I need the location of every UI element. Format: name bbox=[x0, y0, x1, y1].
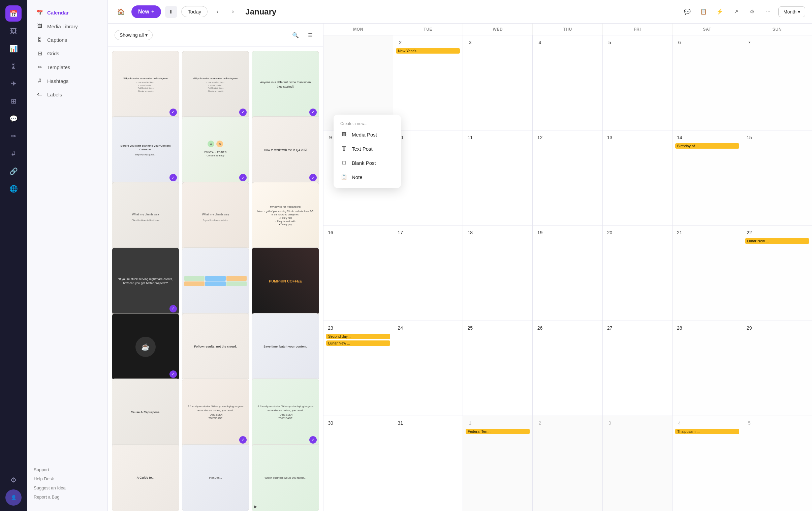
sidebar-item-labels[interactable]: 🏷 Labels bbox=[30, 88, 105, 101]
template-card[interactable]: What my clients say Client testimonial t… bbox=[112, 182, 179, 250]
template-card[interactable]: Anyone in a different niche than when th… bbox=[252, 51, 319, 118]
cal-cell[interactable]: 11 bbox=[463, 131, 533, 225]
template-card[interactable]: Before you start planning your Content C… bbox=[112, 116, 179, 184]
nav-icon-link[interactable]: 🔗 bbox=[5, 163, 22, 179]
sidebar-item-media-library[interactable]: 🖼 Media Library bbox=[30, 20, 105, 33]
nav-icon-analytics[interactable]: 📊 bbox=[5, 40, 22, 57]
filter-icon-button[interactable]: ⚡ bbox=[714, 6, 726, 18]
cal-cell[interactable]: 23 Second day... Lunar New ... bbox=[323, 321, 393, 416]
sidebar-item-calendar[interactable]: 📅 Calendar bbox=[30, 6, 105, 19]
nav-icon-chat[interactable]: 💬 bbox=[5, 111, 22, 127]
cal-cell[interactable]: 10 bbox=[393, 131, 463, 225]
cal-cell[interactable]: 20 bbox=[603, 226, 672, 320]
more-icon-button[interactable]: ··· bbox=[762, 6, 774, 18]
cal-cell[interactable]: 31 bbox=[393, 416, 463, 511]
cal-event[interactable]: Second day... bbox=[326, 334, 390, 339]
cal-cell[interactable]: 19 bbox=[533, 226, 603, 320]
nav-icon-media[interactable]: 🖼 bbox=[5, 23, 22, 39]
cal-cell[interactable]: 3 bbox=[603, 416, 672, 511]
cal-cell[interactable]: 30 bbox=[323, 416, 393, 511]
cal-cell[interactable]: 4 bbox=[533, 35, 603, 130]
cal-cell[interactable]: 5 bbox=[742, 416, 812, 511]
template-card[interactable]: Plan Jan... bbox=[182, 444, 249, 511]
template-card[interactable]: PUMPKIN COFFEE bbox=[252, 248, 319, 315]
cal-cell[interactable]: 13 bbox=[603, 131, 672, 225]
list-icon-button[interactable]: 📋 bbox=[697, 6, 709, 18]
new-button[interactable]: New + bbox=[132, 5, 161, 18]
template-card[interactable]: Save time, batch your content. bbox=[252, 313, 319, 380]
showing-all-filter[interactable]: Showing all ▾ bbox=[115, 30, 153, 40]
nav-icon-calendar[interactable]: 📅 bbox=[5, 5, 22, 22]
user-avatar[interactable]: 👤 bbox=[5, 489, 22, 506]
templates-search-button[interactable]: 🔍 bbox=[289, 29, 301, 41]
cal-cell[interactable]: 5 bbox=[603, 35, 672, 130]
cal-cell[interactable]: 25 bbox=[463, 321, 533, 416]
nav-icon-edit[interactable]: ✏ bbox=[5, 128, 22, 144]
template-card[interactable]: 4 tips to make more sales on Instagram •… bbox=[182, 51, 249, 118]
template-card[interactable]: 3 tips to make more sales on Instagram •… bbox=[112, 51, 179, 118]
cal-cell[interactable]: 12 bbox=[533, 131, 603, 225]
template-card[interactable]: Reuse & Repurpose. bbox=[112, 378, 179, 446]
cal-cell[interactable]: 17 bbox=[393, 226, 463, 320]
cal-cell[interactable]: 26 bbox=[533, 321, 603, 416]
cal-event[interactable]: Birthday of ... bbox=[675, 143, 739, 149]
templates-list-view-button[interactable]: ☰ bbox=[304, 29, 316, 41]
cal-cell[interactable]: 27 bbox=[603, 321, 672, 416]
home-button[interactable]: 🏠 bbox=[115, 5, 127, 18]
sidebar-item-captions[interactable]: 🎛 Captions bbox=[30, 33, 105, 46]
create-new-dropdown[interactable]: Create a new... 🖼 Media Post T Text Post… bbox=[334, 115, 401, 188]
comment-icon-button[interactable]: 💬 bbox=[681, 6, 693, 18]
dropdown-item-media-post[interactable]: 🖼 Media Post bbox=[334, 127, 401, 142]
template-card[interactable]: A friendly reminder: When you're trying … bbox=[182, 378, 249, 446]
month-view-button[interactable]: Month ▾ bbox=[778, 6, 805, 17]
template-card[interactable]: My advice for freelancers: Make a grid o… bbox=[252, 182, 319, 250]
dropdown-item-blank-post[interactable]: □ Blank Post bbox=[334, 156, 401, 170]
template-card[interactable]: A B POINT A → POINT BContent Strategy ✓ bbox=[182, 116, 249, 184]
next-month-button[interactable]: › bbox=[227, 6, 238, 18]
sidebar-item-grids[interactable]: ⊞ Grids bbox=[30, 47, 105, 60]
cal-event[interactable]: New Year's ... bbox=[396, 48, 460, 54]
cal-cell[interactable]: 2 bbox=[533, 416, 603, 511]
cal-cell[interactable]: 14 Birthday of ... bbox=[672, 131, 742, 225]
cal-cell[interactable]: 28 bbox=[672, 321, 742, 416]
cal-cell[interactable]: 16 bbox=[323, 226, 393, 320]
cal-cell[interactable]: 21 bbox=[672, 226, 742, 320]
dropdown-item-note[interactable]: 📋 Note bbox=[334, 170, 401, 184]
sidebar-item-templates[interactable]: ✏ Templates bbox=[30, 61, 105, 74]
today-button[interactable]: Today bbox=[181, 6, 207, 17]
template-card[interactable] bbox=[182, 248, 249, 315]
cal-cell[interactable]: 3 bbox=[463, 35, 533, 130]
cal-cell[interactable]: 24 bbox=[393, 321, 463, 416]
cal-cell[interactable]: 4 Thaipusam ... bbox=[672, 416, 742, 511]
pause-button[interactable]: ⏸ bbox=[165, 6, 177, 18]
dropdown-item-text-post[interactable]: T Text Post bbox=[334, 142, 401, 156]
nav-icon-settings[interactable]: ⚙ bbox=[5, 472, 22, 488]
cal-event[interactable]: Federal Terr... bbox=[466, 429, 530, 434]
template-card[interactable]: Follow results, not the crowd. bbox=[182, 313, 249, 380]
cal-cell[interactable]: 2 New Year's ... bbox=[393, 35, 463, 130]
cal-cell[interactable]: 6 bbox=[672, 35, 742, 130]
share-icon-button[interactable]: ↗ bbox=[730, 6, 742, 18]
prev-month-button[interactable]: ‹ bbox=[211, 6, 223, 18]
nav-icon-send[interactable]: ✈ bbox=[5, 76, 22, 92]
sidebar-item-hashtags[interactable]: # Hashtags bbox=[30, 75, 105, 87]
cal-cell[interactable]: 1 Federal Terr... bbox=[463, 416, 533, 511]
suggest-link[interactable]: Suggest an Idea bbox=[34, 483, 101, 492]
support-link[interactable]: Support bbox=[34, 465, 101, 474]
template-card[interactable]: Which business would you rather... ▶ bbox=[252, 444, 319, 511]
nav-icon-grid[interactable]: ⊞ bbox=[5, 93, 22, 109]
nav-icon-globe[interactable]: 🌐 bbox=[5, 181, 22, 197]
nav-icon-hashtag[interactable]: # bbox=[5, 146, 22, 162]
template-card[interactable]: What my clients say Expert freelancer ad… bbox=[182, 182, 249, 250]
cal-event[interactable]: Lunar New ... bbox=[326, 340, 390, 346]
template-card[interactable]: ☕ ✓ bbox=[112, 313, 179, 380]
template-card[interactable]: How to work with me in Q4 20☑ ✓ bbox=[252, 116, 319, 184]
cal-cell[interactable]: 7 bbox=[742, 35, 812, 130]
report-bug-link[interactable]: Report a Bug bbox=[34, 492, 101, 502]
cal-cell[interactable]: 18 bbox=[463, 226, 533, 320]
cal-event[interactable]: Thaipusam ... bbox=[675, 429, 739, 434]
nav-icon-captions[interactable]: 🎛 bbox=[5, 58, 22, 74]
cal-cell[interactable]: 22 Lunar New ... bbox=[742, 226, 812, 320]
template-card[interactable]: "If you're stuck serving nightmare clien… bbox=[112, 248, 179, 315]
cal-cell[interactable]: 29 bbox=[742, 321, 812, 416]
